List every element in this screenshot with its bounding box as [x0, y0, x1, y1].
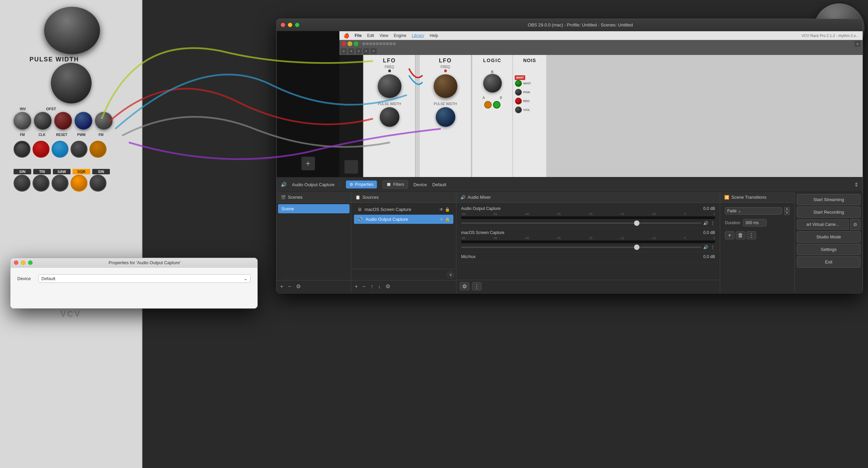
- menu-edit[interactable]: Edit: [367, 33, 374, 38]
- sources-remove-btn[interactable]: −: [360, 282, 368, 291]
- device-select[interactable]: Default ⌄: [38, 274, 251, 283]
- sources-add-btn[interactable]: +: [353, 282, 360, 291]
- jack-tri[interactable]: [33, 175, 50, 192]
- pulse-width-knob-top[interactable]: [44, 7, 100, 54]
- red-jack[interactable]: [515, 98, 522, 104]
- transition-spin-up[interactable]: ▲: [784, 207, 790, 211]
- source-item-screen[interactable]: 🖥 macOS Screen Capture 👁 🔒: [354, 205, 453, 214]
- audio-track-3: Mic/Aux 0.0 dB: [458, 252, 718, 263]
- whit-jack[interactable]: [515, 80, 522, 87]
- jack-clk[interactable]: [33, 141, 50, 158]
- audio-lock-btn[interactable]: 🔒: [445, 217, 450, 222]
- expand-icon[interactable]: ⇕: [854, 181, 859, 188]
- scenes-add-btn[interactable]: +: [278, 282, 285, 291]
- plus-btn[interactable]: +: [854, 41, 861, 47]
- preview-add-btn[interactable]: +: [301, 157, 315, 170]
- logic-module: LOGIC B A B: [472, 55, 512, 177]
- track2-fader[interactable]: [461, 247, 701, 248]
- settings-button[interactable]: Settings: [797, 244, 861, 255]
- screen-visibility-btn[interactable]: 👁: [439, 207, 443, 212]
- rack-plus-4[interactable]: +: [363, 48, 369, 54]
- dialog-min-btn[interactable]: [21, 260, 25, 265]
- rack-plus-1[interactable]: +: [341, 48, 347, 54]
- jack-sin-2[interactable]: [90, 175, 106, 192]
- audio-mixer-content: Audio Output Capture 0.0 dB -60-55-45-35…: [456, 203, 720, 280]
- dialog-device-label: Device: [17, 276, 34, 281]
- jack-fm-1[interactable]: [14, 141, 31, 158]
- jack-a[interactable]: [484, 101, 492, 109]
- menu-engine[interactable]: Engine: [394, 33, 406, 38]
- sources-header: 📋 Sources: [351, 192, 456, 203]
- rack-plus-2[interactable]: +: [348, 48, 354, 54]
- studio-mode-button[interactable]: Studio Mode: [797, 231, 861, 242]
- menu-view[interactable]: View: [379, 33, 388, 38]
- close-button[interactable]: [281, 23, 285, 27]
- jack-pwm[interactable]: [71, 141, 87, 158]
- fm-knob-2[interactable]: [95, 112, 113, 130]
- audio-more-btn[interactable]: ⋮: [472, 282, 481, 290]
- track1-fader-thumb[interactable]: [634, 220, 639, 226]
- maximize-button[interactable]: [295, 23, 299, 27]
- rack-plus-5[interactable]: +: [371, 48, 377, 54]
- source-item-audio[interactable]: 🔊 Audio Output Capture 👁 🔒: [354, 215, 453, 224]
- screen-lock-btn[interactable]: 🔒: [445, 207, 450, 212]
- track1-more[interactable]: ⋮: [710, 220, 715, 226]
- vcv-close[interactable]: [341, 41, 346, 46]
- exit-button[interactable]: Exit: [797, 256, 861, 268]
- jack-reset[interactable]: [52, 141, 68, 158]
- dialog-max-btn[interactable]: [28, 260, 33, 265]
- viol-jack[interactable]: [515, 106, 522, 113]
- vcv-max[interactable]: [354, 41, 358, 46]
- pwm-knob[interactable]: [75, 112, 92, 130]
- audio-visibility-btn[interactable]: 👁: [439, 217, 443, 222]
- vcv-min[interactable]: [348, 41, 352, 46]
- track2-mute[interactable]: 🔊: [703, 245, 708, 250]
- jack-sqr[interactable]: [71, 175, 87, 192]
- rack-plus-3[interactable]: +: [356, 48, 362, 54]
- filters-button[interactable]: 🔲 Filters: [382, 180, 408, 189]
- sources-scroll-btn[interactable]: ∨: [447, 271, 455, 279]
- transition-select[interactable]: Fade ⌄: [725, 207, 782, 215]
- scene-item-scene[interactable]: Scene: [278, 204, 350, 213]
- fm-knob-1[interactable]: [14, 112, 31, 130]
- menu-file[interactable]: File: [355, 33, 362, 38]
- virtual-camera-button[interactable]: art Virtual Came...: [797, 219, 849, 230]
- obs-window: OBS 29.0.0 (mac) - Profile: Untitled - S…: [276, 19, 863, 293]
- sin-label-2: SIN: [92, 169, 110, 174]
- dialog-titlebar: Properties for 'Audio Output Capture': [11, 258, 257, 268]
- pulse-width-knob[interactable]: [51, 63, 92, 103]
- pink-jack[interactable]: [515, 89, 522, 96]
- sources-up-btn[interactable]: ↑: [369, 282, 375, 291]
- sources-down-btn[interactable]: ↓: [376, 282, 383, 291]
- track2-more[interactable]: ⋮: [710, 245, 715, 250]
- transition-more-btn[interactable]: ⋮: [747, 231, 756, 239]
- transition-spin-down[interactable]: ▼: [784, 211, 790, 215]
- menu-library[interactable]: Library: [412, 33, 425, 38]
- menu-help[interactable]: Help: [430, 33, 438, 38]
- transition-add-btn[interactable]: +: [725, 231, 734, 239]
- jack-b[interactable]: [493, 101, 500, 109]
- audio-settings-btn[interactable]: ⚙: [460, 282, 469, 290]
- track1-fader[interactable]: [461, 222, 701, 224]
- minimize-button[interactable]: [288, 23, 292, 27]
- jack-saw[interactable]: [52, 175, 68, 192]
- scenes-remove-btn[interactable]: −: [286, 282, 293, 291]
- sources-title: Sources: [362, 195, 379, 200]
- ofst-knob[interactable]: [54, 112, 72, 130]
- track1-mute[interactable]: 🔊: [703, 221, 708, 226]
- start-recording-button[interactable]: Start Recording: [797, 207, 861, 218]
- transition-delete-btn[interactable]: 🗑: [736, 231, 745, 239]
- jack-fm-2[interactable]: [90, 141, 106, 158]
- sources-settings-btn[interactable]: ⚙: [383, 282, 392, 291]
- track2-fader-thumb[interactable]: [634, 245, 639, 250]
- duration-input[interactable]: 300 ms: [743, 219, 767, 227]
- inv-knob[interactable]: [34, 112, 52, 130]
- virtual-camera-settings-btn[interactable]: ⚙: [850, 219, 861, 230]
- tri-label: TRI: [33, 169, 51, 174]
- properties-button[interactable]: ⚙ Studio Mode Properties: [346, 180, 377, 189]
- scenes-settings-btn[interactable]: ⚙: [294, 282, 303, 291]
- jack-sin[interactable]: [14, 175, 31, 192]
- dialog-close-btn[interactable]: [14, 260, 18, 265]
- start-streaming-button[interactable]: Start Streaming: [797, 194, 861, 205]
- track1-meter: [461, 216, 715, 219]
